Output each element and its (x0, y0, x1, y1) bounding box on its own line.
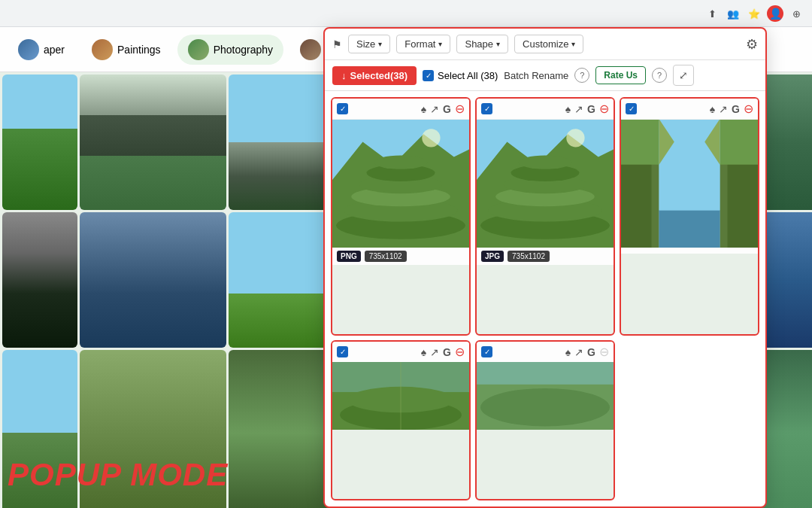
bg-image-2 (80, 75, 226, 210)
rate-us-button[interactable]: Rate Us (595, 66, 646, 84)
card-upload-icon-3[interactable]: ♠ (710, 103, 715, 115)
card-checkbox-5[interactable]: ✓ (481, 346, 492, 357)
download-selected-button[interactable]: ↓ Selected(38) (332, 66, 417, 85)
cat-thumb-paintings (92, 39, 113, 60)
ext-icon-star[interactable]: ⭐ (746, 5, 762, 22)
help-icon[interactable]: ? (574, 68, 589, 83)
browser-bar: ⬆ 👥 ⭐ 👤 ⊕ (0, 0, 812, 27)
card-checkbox-4[interactable]: ✓ (337, 346, 348, 357)
card-top-5: ✓ ♠ ↗ G ⊖ (477, 342, 614, 362)
category-label-photography: Photography (214, 44, 273, 56)
card-external-icon-4[interactable]: ↗ (430, 346, 439, 358)
bg-image-7 (2, 212, 77, 348)
ext-icon-profile[interactable]: 👤 (767, 5, 783, 22)
popup-actions: ↓ Selected(38) ✓ Select All (38) Batch R… (325, 60, 765, 91)
select-all-label: Select All (38) (438, 70, 498, 81)
expand-button[interactable]: ⤢ (673, 65, 694, 86)
image-card-1: ✓ ♠ ↗ G ⊖ (331, 97, 471, 336)
format-filter-label: Format (404, 38, 435, 50)
partial-image-4 (332, 362, 469, 430)
card-upload-icon-5[interactable]: ♠ (565, 346, 571, 358)
card-upload-icon-4[interactable]: ♠ (421, 346, 426, 358)
card-icons-1: ♠ ↗ G ⊖ (421, 102, 465, 116)
size-filter-btn[interactable]: Size ▾ (348, 35, 390, 53)
batch-rename-link[interactable]: Batch Rename (504, 70, 568, 81)
svg-point-17 (566, 129, 584, 147)
bg-image-8 (80, 212, 226, 348)
card-external-icon-5[interactable]: ↗ (574, 346, 583, 358)
size-filter-label: Size (356, 38, 375, 50)
rate-help-icon[interactable]: ? (652, 68, 667, 83)
cat-thumb-architecture (300, 39, 321, 60)
card-remove-icon-5[interactable]: ⊖ (599, 345, 609, 359)
category-item-wallpaper[interactable]: aper (8, 35, 75, 65)
card-external-icon-1[interactable]: ↗ (430, 103, 439, 115)
shape-filter-btn[interactable]: Shape ▾ (456, 35, 508, 53)
card-image-2 (477, 120, 614, 248)
card-google-icon-5[interactable]: G (587, 346, 595, 358)
card-external-icon-2[interactable]: ↗ (574, 103, 583, 115)
card-top-3: ✓ ♠ ↗ G ⊖ (621, 99, 758, 120)
card-top-4: ✓ ♠ ↗ G ⊖ (332, 342, 469, 362)
card-icons-3: ♠ ↗ G ⊖ (710, 102, 753, 116)
card-google-icon-2[interactable]: G (587, 103, 595, 115)
bg-image-1 (2, 75, 77, 210)
size-badge-1: 735x1102 (365, 251, 407, 262)
cat-thumb-photography (188, 39, 209, 60)
card-upload-icon-2[interactable]: ♠ (565, 103, 571, 115)
card-google-icon-4[interactable]: G (443, 346, 451, 358)
card-external-icon-3[interactable]: ↗ (719, 103, 728, 115)
popup-mode-label: POPUP MODE (8, 457, 228, 493)
svg-point-8 (422, 129, 440, 147)
partial-image-5 (477, 362, 614, 430)
customize-filter-label: Customize (523, 38, 568, 50)
download-icon: ↓ (341, 70, 347, 81)
popup-image-grid: ✓ ♠ ↗ G ⊖ (325, 91, 765, 506)
image-card-2: ✓ ♠ ↗ G ⊖ (475, 97, 615, 336)
card-remove-icon-4[interactable]: ⊖ (455, 345, 465, 359)
card-icons-5: ♠ ↗ G ⊖ (565, 345, 609, 359)
card-top-1: ✓ ♠ ↗ G ⊖ (332, 99, 469, 120)
category-label-wallpaper: aper (44, 44, 65, 56)
settings-icon[interactable]: ⚙ (746, 36, 758, 53)
svg-rect-35 (477, 362, 614, 385)
card-image-3 (621, 120, 758, 248)
card-checkbox-1[interactable]: ✓ (337, 103, 348, 114)
card-top-2: ✓ ♠ ↗ G ⊖ (477, 99, 614, 120)
size-badge-2: 735x1102 (508, 251, 550, 262)
category-label-paintings: Paintings (117, 44, 161, 56)
card-remove-icon-3[interactable]: ⊖ (744, 102, 753, 116)
image-card-5: ✓ ♠ ↗ G ⊖ (475, 340, 615, 500)
card-checkbox-2[interactable]: ✓ (481, 103, 492, 114)
card-remove-icon-2[interactable]: ⊖ (599, 102, 609, 116)
card-checkbox-3[interactable]: ✓ (626, 103, 637, 114)
customize-arrow-icon: ▾ (571, 40, 575, 48)
svg-rect-24 (621, 120, 663, 165)
card-remove-icon-1[interactable]: ⊖ (455, 102, 465, 116)
card-bottom-1: PNG 735x1102 (332, 248, 469, 265)
select-all-area[interactable]: ✓ Select All (38) (423, 70, 498, 81)
category-item-paintings[interactable]: Paintings (81, 35, 171, 65)
browser-ext-bar: ⬆ 👥 ⭐ 👤 ⊕ (704, 0, 812, 27)
cat-thumb-wallpaper (18, 39, 39, 60)
ext-icon-users[interactable]: 👥 (725, 5, 741, 22)
format-badge-2: JPG (481, 251, 504, 262)
svg-point-7 (374, 156, 428, 169)
select-all-checkbox[interactable]: ✓ (423, 70, 434, 81)
customize-filter-btn[interactable]: Customize ▾ (514, 35, 583, 53)
card-google-icon-1[interactable]: G (443, 103, 451, 115)
card-icons-2: ♠ ↗ G ⊖ (565, 102, 609, 116)
popup-overlay: ⚑ Size ▾ Format ▾ Shape ▾ Customize ▾ ⚙ … (323, 27, 767, 508)
svg-point-16 (519, 156, 572, 169)
svg-point-36 (480, 388, 610, 427)
ext-icon-upload[interactable]: ⬆ (704, 5, 720, 22)
format-filter-btn[interactable]: Format ▾ (396, 35, 450, 53)
card-upload-icon-1[interactable]: ♠ (421, 103, 426, 115)
category-item-photography[interactable]: Photography (177, 35, 283, 65)
svg-rect-25 (716, 120, 758, 165)
card-google-icon-3[interactable]: G (732, 103, 740, 115)
format-arrow-icon: ▾ (438, 40, 442, 48)
ext-icon-plus[interactable]: ⊕ (788, 5, 804, 22)
format-badge-1: PNG (337, 251, 361, 262)
image-card-3: ✓ ♠ ↗ G ⊖ (620, 97, 759, 336)
